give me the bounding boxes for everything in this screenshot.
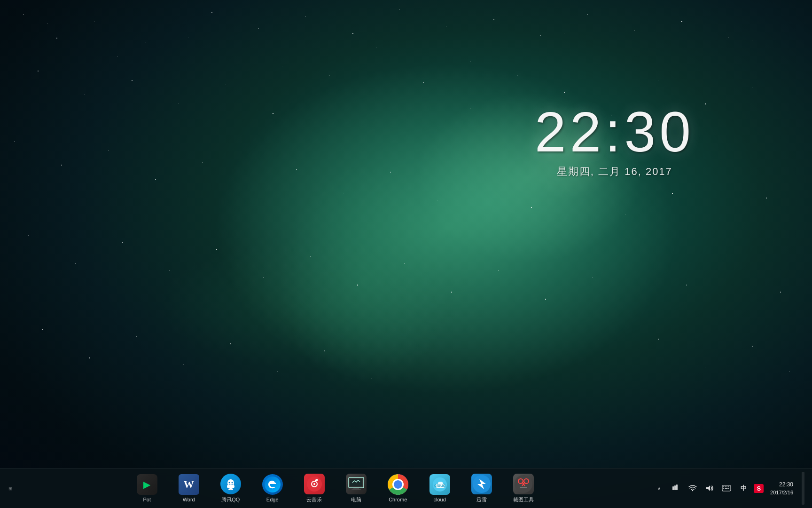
volume-icon[interactable]	[703, 482, 716, 495]
svg-rect-13	[351, 489, 361, 490]
word-label: Word	[183, 497, 195, 502]
taskbar-right: ∧	[652, 472, 808, 505]
taskbar-app-music[interactable]: 云音乐	[294, 469, 334, 507]
taskbar-app-qq[interactable]: 腾讯QQ	[211, 469, 250, 507]
taskbar-center: Pot W Word	[18, 469, 652, 507]
music-icon	[304, 474, 325, 494]
sogou-indicator[interactable]: S	[754, 484, 764, 493]
desktop: 22:30 星期四, 二月 16, 2017 ⊞ Pot W Word	[0, 0, 812, 508]
xunlei-icon	[471, 474, 492, 494]
svg-rect-12	[353, 488, 359, 489]
taskbar-app-xunlei[interactable]: 迅雷	[461, 469, 501, 507]
cloud-label: cloud	[434, 497, 446, 502]
screenshot-label: 截图工具	[513, 496, 534, 503]
svg-point-9	[313, 483, 315, 485]
svg-rect-4	[228, 489, 230, 490]
taskbar-left: ⊞	[4, 482, 18, 495]
svg-rect-33	[726, 486, 727, 487]
svg-rect-5	[231, 489, 233, 490]
cloud-icon: cloud	[429, 474, 450, 495]
tray-expand-button[interactable]: ∧	[652, 482, 665, 495]
pc-label: 电脑	[351, 496, 361, 503]
taskbar-app-chrome[interactable]: Chrome	[378, 469, 418, 507]
svg-text:cloud: cloud	[434, 483, 445, 488]
xunlei-label: 迅雷	[476, 496, 487, 503]
taskbar-app-cloud[interactable]: cloud cloud	[420, 469, 460, 507]
qq-label: 腾讯QQ	[221, 496, 240, 503]
taskbar-app-pc[interactable]: 电脑	[336, 469, 376, 507]
edge-label: Edge	[266, 497, 279, 502]
pot-player-icon	[137, 474, 157, 495]
notifications-icon[interactable]	[669, 482, 682, 495]
stars-layer	[0, 0, 812, 508]
svg-rect-11	[350, 479, 362, 486]
tray-date: 2017/2/16	[770, 489, 793, 497]
svg-rect-29	[676, 484, 678, 490]
wifi-icon[interactable]	[686, 482, 699, 495]
pc-icon	[346, 474, 367, 494]
tray-time: 22:30	[770, 480, 793, 489]
svg-rect-31	[723, 486, 724, 487]
chrome-icon	[388, 474, 408, 495]
svg-rect-32	[725, 486, 726, 487]
clock-area: 22:30 星期四, 二月 16, 2017	[535, 103, 695, 179]
edge-icon	[262, 474, 283, 495]
svg-rect-34	[728, 486, 729, 487]
screenshot-icon	[513, 474, 534, 494]
svg-point-2	[231, 482, 233, 483]
svg-rect-28	[674, 485, 676, 490]
pot-player-label: Pot	[143, 497, 151, 502]
svg-point-6	[265, 476, 281, 492]
svg-point-17	[395, 482, 401, 487]
svg-point-15	[393, 479, 403, 490]
clock-date: 星期四, 二月 16, 2017	[535, 165, 695, 179]
clock-time: 22:30	[535, 103, 695, 160]
input-method-indicator[interactable]: 中	[737, 482, 750, 495]
show-desktop-button[interactable]	[802, 472, 804, 505]
nebula-background	[0, 0, 812, 508]
taskbar-app-word[interactable]: W Word	[169, 469, 209, 507]
taskbar: ⊞ Pot W Word	[0, 468, 812, 508]
svg-rect-37	[728, 488, 729, 489]
svg-point-1	[228, 482, 230, 483]
svg-rect-36	[725, 488, 728, 489]
svg-rect-35	[723, 488, 724, 489]
music-label: 云音乐	[306, 496, 322, 503]
taskbar-app-pot-player[interactable]: Pot	[127, 469, 167, 507]
taskbar-app-edge[interactable]: Edge	[252, 469, 292, 507]
chrome-label: Chrome	[389, 497, 407, 502]
svg-rect-27	[672, 486, 674, 490]
qq-icon	[220, 474, 241, 494]
word-icon: W	[179, 474, 199, 495]
start-area[interactable]: ⊞	[4, 482, 17, 495]
taskbar-app-screenshot[interactable]: 截图工具	[503, 469, 543, 507]
keyboard-icon[interactable]	[720, 482, 733, 495]
svg-point-16	[394, 481, 402, 488]
system-tray-clock[interactable]: 22:30 2017/2/16	[767, 478, 796, 499]
